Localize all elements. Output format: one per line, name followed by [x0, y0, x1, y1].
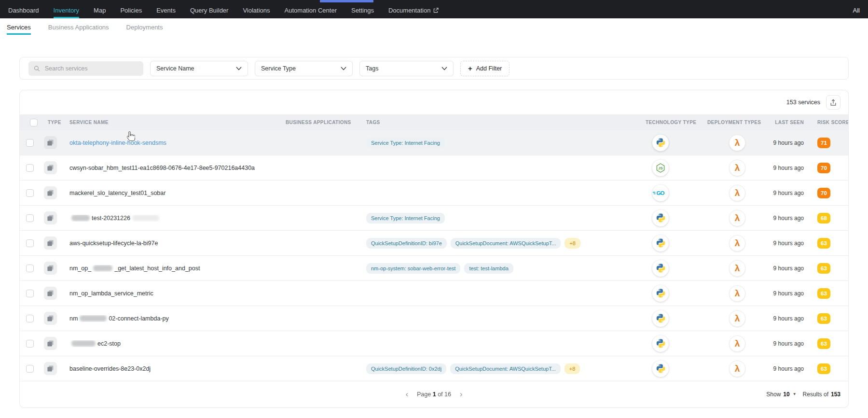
row-checkbox[interactable]	[26, 239, 34, 247]
service-name-text[interactable]: nm	[69, 315, 78, 322]
add-filter-button[interactable]: + Add Filter	[460, 61, 510, 76]
show-value-dropdown[interactable]: 10	[783, 391, 789, 398]
last-seen: 9 hours ago	[768, 215, 804, 222]
service-type-icon	[44, 237, 57, 250]
chevron-down-icon	[236, 67, 242, 70]
row-checkbox[interactable]	[26, 290, 34, 297]
table-header: TYPE SERVICE NAME BUSINESS APPLICATIONS …	[20, 114, 848, 130]
nav-item-query-builder[interactable]: Query Builder	[190, 0, 228, 18]
service-name-text[interactable]: mackerel_slo_latency_test01_sobar	[69, 190, 165, 196]
service-name-text[interactable]: baseline-overrides-8e23-0x2dj	[69, 365, 151, 372]
nav-item-settings[interactable]: Settings	[351, 0, 374, 18]
table-row: aws-quicksetup-lifecycle-la-bi97e QuickS…	[20, 231, 848, 256]
nav-item-map[interactable]: Map	[94, 0, 106, 18]
service-name-cell: aws-quicksetup-lifecycle-la-bi97e	[66, 240, 282, 247]
row-checkbox[interactable]	[26, 214, 34, 222]
row-checkbox[interactable]	[26, 164, 34, 172]
service-name-text[interactable]: test-20231226	[92, 215, 130, 222]
service-name-dropdown[interactable]: Service Name	[150, 61, 248, 76]
tag-pill[interactable]: QuickSetupDocument: AWSQuickSetupT...	[450, 363, 561, 374]
service-name-cell: ec2-stop	[66, 340, 282, 347]
tab-services[interactable]: Services	[7, 18, 31, 35]
tag-pill[interactable]: Service Type: Internet Facing	[366, 138, 445, 148]
caret-down-icon[interactable]: ▼	[793, 392, 797, 396]
tag-pill[interactable]: test: test-lambda	[464, 263, 513, 274]
risk-score-badge: 63	[817, 238, 830, 249]
row-checkbox[interactable]	[26, 365, 34, 373]
tags-dropdown[interactable]: Tags	[359, 61, 454, 76]
row-checkbox[interactable]	[26, 265, 34, 272]
tag-pill[interactable]: QuickSetupDefinitionID: bi97e	[366, 238, 447, 249]
service-name-link[interactable]: okta-telephony-inline-hook-sendsms	[69, 139, 166, 146]
column-header-risk-score: RISK SCORE	[804, 120, 837, 125]
chevron-down-icon	[441, 67, 447, 70]
lambda-icon: λ	[729, 310, 745, 327]
nav-label: Automation Center	[285, 7, 337, 14]
inventory-tabs: Services Business Applications Deploymen…	[0, 18, 868, 35]
redacted-text	[132, 215, 159, 221]
svg-text:JS: JS	[658, 166, 663, 170]
risk-score-badge: 63	[817, 338, 830, 349]
tag-overflow-badge[interactable]: +8	[565, 363, 580, 374]
column-header-technology-type: TECHNOLOGY TYPE	[641, 120, 703, 125]
risk-score-badge: 71	[817, 138, 830, 148]
nav-item-inventory[interactable]: Inventory	[54, 0, 79, 18]
table-row: cwsyn-sobar_hbm_test11-ea1c8698-0676-4e1…	[20, 155, 848, 181]
top-navigation: Dashboard Inventory Map Policies Events …	[0, 0, 868, 18]
python-icon	[656, 213, 666, 223]
python-icon	[656, 138, 666, 148]
select-all-checkbox[interactable]	[30, 119, 38, 126]
next-page-button[interactable]: ›	[458, 390, 464, 399]
table-summary-row: 153 services	[20, 90, 848, 114]
row-checkbox[interactable]	[26, 315, 34, 322]
nav-label: Dashboard	[8, 7, 39, 14]
service-name-cell: nm_op__get_latest_host_info_and_post	[66, 265, 282, 272]
last-seen: 9 hours ago	[768, 165, 804, 171]
search-input[interactable]	[44, 65, 138, 72]
service-name-text[interactable]: 02-connect-lambda-py	[109, 315, 168, 322]
risk-score-badge: 63	[817, 263, 830, 274]
service-name-text[interactable]: ec2-stop	[97, 340, 121, 347]
tab-deployments[interactable]: Deployments	[126, 18, 163, 35]
previous-page-button[interactable]: ‹	[404, 390, 410, 399]
tab-business-applications[interactable]: Business Applications	[48, 18, 109, 35]
column-header-deployment-types: DEPLOYMENT TYPES	[703, 120, 768, 125]
last-seen: 9 hours ago	[768, 240, 804, 247]
risk-score-badge: 70	[817, 163, 830, 173]
risk-score-badge: 70	[817, 188, 830, 198]
tag-pill[interactable]: QuickSetupDocument: AWSQuickSetupT...	[451, 238, 561, 249]
service-name-cell: nm02-connect-lambda-py	[66, 315, 282, 322]
service-type-dropdown[interactable]: Service Type	[255, 61, 353, 76]
nodejs-icon: JS	[655, 163, 666, 173]
pagination-bar: ‹ Page 1 of 16 › Show 10 ▼ Results of 15…	[20, 381, 848, 407]
tag-overflow-badge[interactable]: +8	[565, 238, 580, 249]
service-name-text[interactable]: nm_op_	[69, 265, 91, 272]
nav-item-dashboard[interactable]: Dashboard	[8, 0, 39, 18]
scope-selector-all[interactable]: All	[853, 0, 860, 18]
service-name-text[interactable]: cwsyn-sobar_hbm_test11-ea1c8698-0676-4e1…	[69, 165, 255, 171]
risk-score-badge: 63	[817, 363, 830, 374]
row-checkbox[interactable]	[26, 139, 34, 147]
lambda-icon: λ	[729, 135, 745, 151]
service-name-text[interactable]: aws-quicksetup-lifecycle-la-bi97e	[69, 240, 158, 247]
tag-pill[interactable]: nm-op-system: sobar-web-error-test	[366, 263, 460, 274]
python-icon	[656, 338, 666, 348]
nav-item-automation-center[interactable]: Automation Center	[285, 0, 337, 18]
export-button[interactable]	[826, 95, 840, 110]
last-seen: 9 hours ago	[768, 290, 804, 297]
nav-item-documentation[interactable]: Documentation	[388, 0, 439, 18]
nav-label: Violations	[243, 7, 270, 14]
plus-icon: +	[468, 65, 472, 72]
show-label: Show	[766, 391, 781, 398]
row-checkbox[interactable]	[26, 340, 34, 348]
search-box	[28, 61, 143, 76]
nav-item-policies[interactable]: Policies	[120, 0, 142, 18]
tag-pill[interactable]: Service Type: Internet Facing	[366, 213, 445, 223]
nav-item-events[interactable]: Events	[156, 0, 176, 18]
tag-pill[interactable]: QuickSetupDefinitionID: 0x2dj	[366, 363, 446, 374]
technology-badge	[652, 310, 669, 327]
row-checkbox[interactable]	[26, 189, 34, 197]
service-name-text[interactable]: nm_op_lambda_service_metric	[69, 290, 153, 297]
nav-item-violations[interactable]: Violations	[243, 0, 270, 18]
service-name-text[interactable]: _get_latest_host_info_and_post	[114, 265, 200, 272]
